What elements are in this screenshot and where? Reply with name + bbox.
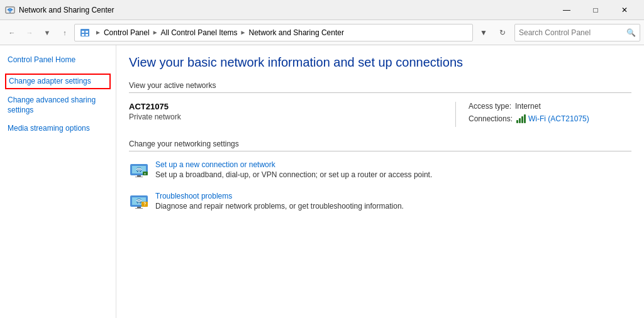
new-connection-desc: Set up a broadband, dial-up, or VPN conn… — [155, 170, 432, 179]
window-title: Network and Sharing Center — [19, 6, 552, 14]
search-icon[interactable]: 🔍 — [626, 28, 636, 37]
troubleshoot-item: ? Troubleshoot problems Diagnose and rep… — [129, 192, 631, 212]
wifi-link[interactable]: Wi-Fi (ACT21075) — [516, 114, 589, 123]
breadcrumb-sep-3: ► — [240, 29, 247, 36]
sidebar: Control Panel Home Change adapter settin… — [0, 45, 116, 318]
breadcrumb-all-items[interactable]: All Control Panel Items — [161, 28, 238, 37]
wifi-bar-1 — [516, 120, 518, 123]
new-connection-item: + Set up a new connection or network Set… — [129, 160, 631, 180]
address-bar: ← → ▼ ↑ ► Control Panel ► All Control Pa… — [0, 20, 644, 45]
svg-text:?: ? — [143, 202, 146, 206]
new-connection-icon: + — [129, 160, 149, 180]
window-controls: — □ ✕ — [552, 0, 639, 20]
svg-text:+: + — [144, 172, 146, 175]
sidebar-change-advanced-sharing[interactable]: Change advanced sharing settings — [5, 93, 111, 118]
svg-rect-6 — [86, 34, 88, 36]
network-name: ACT21075 — [129, 102, 443, 111]
breadcrumb-bar: ► Control Panel ► All Control Panel Item… — [74, 24, 473, 41]
title-bar: Network and Sharing Center — □ ✕ — [0, 0, 644, 20]
network-right: Access type: Internet Connections: Wi-Fi… — [455, 102, 631, 127]
access-type-row: Access type: Internet — [469, 102, 631, 111]
new-connection-title[interactable]: Set up a new connection or network — [155, 160, 432, 169]
network-left: ACT21075 Private network — [129, 102, 455, 127]
connections-label: Connections: — [469, 114, 513, 123]
network-type: Private network — [129, 112, 443, 121]
breadcrumb-current: Network and Sharing Center — [249, 28, 344, 37]
access-type-value: Internet — [515, 102, 541, 111]
main-layout: Control Panel Home Change adapter settin… — [0, 45, 644, 318]
wifi-bar-3 — [521, 116, 523, 123]
troubleshoot-icon: ? — [129, 192, 149, 212]
svg-rect-3 — [82, 31, 84, 33]
access-type-label: Access type: — [469, 102, 511, 111]
dropdown-button[interactable]: ▼ — [475, 25, 492, 41]
svg-rect-12 — [135, 177, 143, 177]
new-connection-text: Set up a new connection or network Set u… — [155, 160, 432, 179]
minimize-button[interactable]: — — [552, 0, 581, 20]
svg-rect-4 — [86, 31, 88, 33]
breadcrumb-home-icon — [80, 28, 90, 38]
network-info: ACT21075 Private network Access type: In… — [129, 102, 631, 127]
forward-button[interactable]: → — [21, 25, 38, 41]
svg-rect-20 — [135, 208, 143, 209]
search-input[interactable] — [519, 28, 626, 37]
svg-rect-19 — [137, 207, 141, 208]
refresh-button[interactable]: ↻ — [494, 25, 511, 41]
sidebar-change-adapter[interactable]: Change adapter settings — [5, 74, 111, 89]
svg-point-10 — [138, 171, 140, 172]
wifi-bars-icon — [516, 114, 526, 123]
svg-point-1 — [9, 11, 11, 13]
wifi-bar-4 — [524, 114, 526, 123]
connections-row: Connections: Wi-Fi (ACT21075) — [469, 114, 631, 123]
svg-rect-5 — [82, 34, 84, 36]
maximize-button[interactable]: □ — [581, 0, 610, 20]
content-area: View your basic network information and … — [116, 45, 644, 318]
recent-locations-button[interactable]: ▼ — [39, 25, 55, 41]
up-button[interactable]: ↑ — [57, 25, 73, 41]
breadcrumb-sep-1: ► — [95, 29, 101, 36]
breadcrumb-control-panel[interactable]: Control Panel — [104, 28, 150, 37]
troubleshoot-desc: Diagnose and repair network problems, or… — [155, 202, 404, 211]
sidebar-media-streaming[interactable]: Media streaming options — [5, 121, 111, 136]
search-box: 🔍 — [514, 24, 640, 41]
svg-rect-11 — [137, 175, 141, 177]
svg-point-18 — [138, 202, 140, 204]
wifi-name: Wi-Fi (ACT21075) — [528, 114, 589, 123]
back-button[interactable]: ← — [4, 25, 20, 41]
breadcrumb-sep-2: ► — [152, 29, 158, 36]
troubleshoot-title[interactable]: Troubleshoot problems — [155, 192, 404, 200]
close-button[interactable]: ✕ — [610, 0, 639, 20]
change-settings-header: Change your networking settings — [129, 140, 631, 151]
app-icon — [5, 5, 15, 15]
active-networks-header: View your active networks — [129, 81, 631, 93]
settings-section: Change your networking settings + — [129, 140, 631, 212]
wifi-bar-2 — [519, 118, 521, 123]
page-title: View your basic network information and … — [129, 55, 631, 70]
sidebar-control-panel-home[interactable]: Control Panel Home — [5, 53, 111, 67]
troubleshoot-text: Troubleshoot problems Diagnose and repai… — [155, 192, 404, 211]
